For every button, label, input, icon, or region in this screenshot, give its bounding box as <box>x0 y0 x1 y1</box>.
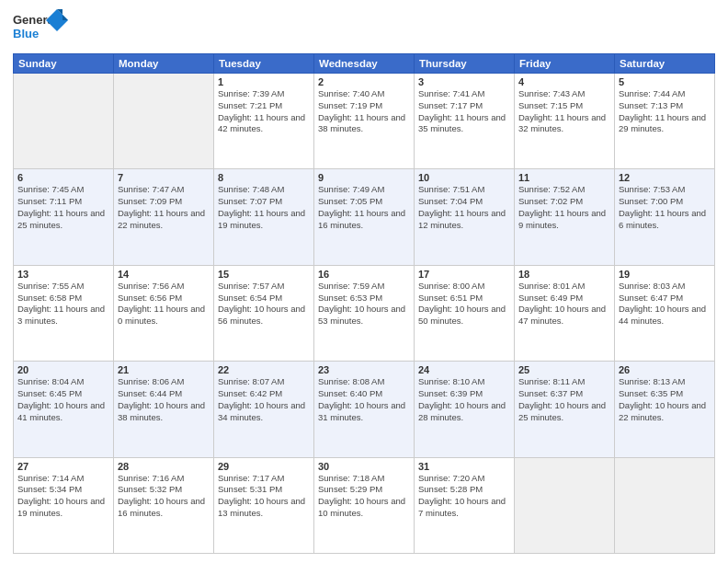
day-number: 18 <box>518 269 610 280</box>
day-info: Sunrise: 7:16 AM Sunset: 5:32 PM Dayligh… <box>118 473 210 520</box>
day-number: 17 <box>418 269 510 280</box>
day-info: Sunrise: 8:03 AM Sunset: 6:47 PM Dayligh… <box>619 281 711 327</box>
day-number: 1 <box>218 76 310 87</box>
day-number: 21 <box>118 364 210 375</box>
day-number: 2 <box>318 76 410 87</box>
weekday-header-row: SundayMondayTuesdayWednesdayThursdayFrid… <box>14 54 715 74</box>
day-number: 10 <box>418 172 510 183</box>
day-info: Sunrise: 8:04 AM Sunset: 6:45 PM Dayligh… <box>17 376 109 423</box>
day-number: 3 <box>418 76 510 87</box>
calendar-cell: 21Sunrise: 8:06 AM Sunset: 6:44 PM Dayli… <box>114 362 214 457</box>
calendar-cell: 17Sunrise: 8:00 AM Sunset: 6:51 PM Dayli… <box>415 265 515 361</box>
day-number: 31 <box>418 461 510 472</box>
weekday-header-wednesday: Wednesday <box>314 54 415 74</box>
day-info: Sunrise: 7:17 AM Sunset: 5:31 PM Dayligh… <box>218 473 310 520</box>
day-number: 11 <box>518 172 610 183</box>
calendar-cell: 27Sunrise: 7:14 AM Sunset: 5:34 PM Dayli… <box>14 457 114 553</box>
calendar-cell: 25Sunrise: 8:11 AM Sunset: 6:37 PM Dayli… <box>515 362 615 457</box>
day-number: 27 <box>17 461 109 472</box>
day-info: Sunrise: 7:14 AM Sunset: 5:34 PM Dayligh… <box>17 473 109 520</box>
logo: General Blue <box>13 9 68 46</box>
calendar-cell: 10Sunrise: 7:51 AM Sunset: 7:04 PM Dayli… <box>415 169 515 265</box>
day-info: Sunrise: 7:49 AM Sunset: 7:05 PM Dayligh… <box>318 184 410 231</box>
header: General Blue <box>13 9 715 46</box>
day-number: 19 <box>619 269 711 280</box>
weekday-header-friday: Friday <box>515 54 615 74</box>
day-number: 15 <box>218 269 310 280</box>
calendar-cell: 18Sunrise: 8:01 AM Sunset: 6:49 PM Dayli… <box>515 265 615 361</box>
calendar-cell <box>14 74 114 169</box>
day-info: Sunrise: 7:53 AM Sunset: 7:00 PM Dayligh… <box>619 184 711 231</box>
week-row-3: 13Sunrise: 7:55 AM Sunset: 6:58 PM Dayli… <box>14 265 715 361</box>
calendar-cell <box>515 457 615 553</box>
calendar-cell: 19Sunrise: 8:03 AM Sunset: 6:47 PM Dayli… <box>615 265 715 361</box>
calendar-cell <box>114 74 214 169</box>
day-info: Sunrise: 7:45 AM Sunset: 7:11 PM Dayligh… <box>17 184 109 231</box>
calendar-cell: 30Sunrise: 7:18 AM Sunset: 5:29 PM Dayli… <box>314 457 415 553</box>
calendar-cell <box>615 457 715 553</box>
calendar-cell: 15Sunrise: 7:57 AM Sunset: 6:54 PM Dayli… <box>214 265 314 361</box>
calendar-cell: 4Sunrise: 7:43 AM Sunset: 7:15 PM Daylig… <box>515 74 615 169</box>
day-info: Sunrise: 8:06 AM Sunset: 6:44 PM Dayligh… <box>118 376 210 423</box>
calendar-cell: 31Sunrise: 7:20 AM Sunset: 5:28 PM Dayli… <box>415 457 515 553</box>
day-info: Sunrise: 7:40 AM Sunset: 7:19 PM Dayligh… <box>318 88 410 135</box>
calendar-cell: 3Sunrise: 7:41 AM Sunset: 7:17 PM Daylig… <box>415 74 515 169</box>
day-number: 7 <box>118 172 210 183</box>
calendar-cell: 6Sunrise: 7:45 AM Sunset: 7:11 PM Daylig… <box>14 169 114 265</box>
day-number: 8 <box>218 172 310 183</box>
day-info: Sunrise: 8:00 AM Sunset: 6:51 PM Dayligh… <box>418 281 510 327</box>
calendar-cell: 24Sunrise: 8:10 AM Sunset: 6:39 PM Dayli… <box>415 362 515 457</box>
calendar-cell: 16Sunrise: 7:59 AM Sunset: 6:53 PM Dayli… <box>314 265 415 361</box>
day-info: Sunrise: 7:56 AM Sunset: 6:56 PM Dayligh… <box>118 281 210 327</box>
day-info: Sunrise: 7:55 AM Sunset: 6:58 PM Dayligh… <box>17 281 109 327</box>
day-info: Sunrise: 7:51 AM Sunset: 7:04 PM Dayligh… <box>418 184 510 231</box>
calendar-cell: 23Sunrise: 8:08 AM Sunset: 6:40 PM Dayli… <box>314 362 415 457</box>
day-info: Sunrise: 7:48 AM Sunset: 7:07 PM Dayligh… <box>218 184 310 231</box>
day-number: 22 <box>218 364 310 375</box>
day-info: Sunrise: 8:07 AM Sunset: 6:42 PM Dayligh… <box>218 376 310 423</box>
weekday-header-sunday: Sunday <box>14 54 114 74</box>
calendar-table: SundayMondayTuesdayWednesdayThursdayFrid… <box>13 53 715 554</box>
day-number: 14 <box>118 269 210 280</box>
calendar-cell: 7Sunrise: 7:47 AM Sunset: 7:09 PM Daylig… <box>114 169 214 265</box>
calendar-cell: 1Sunrise: 7:39 AM Sunset: 7:21 PM Daylig… <box>214 74 314 169</box>
day-number: 24 <box>418 364 510 375</box>
day-info: Sunrise: 7:47 AM Sunset: 7:09 PM Dayligh… <box>118 184 210 231</box>
day-number: 25 <box>518 364 610 375</box>
day-info: Sunrise: 7:59 AM Sunset: 6:53 PM Dayligh… <box>318 281 410 327</box>
day-number: 28 <box>118 461 210 472</box>
day-info: Sunrise: 7:43 AM Sunset: 7:15 PM Dayligh… <box>518 88 610 135</box>
day-number: 29 <box>218 461 310 472</box>
day-info: Sunrise: 8:13 AM Sunset: 6:35 PM Dayligh… <box>619 376 711 423</box>
day-number: 20 <box>17 364 109 375</box>
day-info: Sunrise: 7:57 AM Sunset: 6:54 PM Dayligh… <box>218 281 310 327</box>
svg-text:Blue: Blue <box>13 27 39 40</box>
day-info: Sunrise: 8:08 AM Sunset: 6:40 PM Dayligh… <box>318 376 410 423</box>
day-number: 9 <box>318 172 410 183</box>
day-number: 13 <box>17 269 109 280</box>
week-row-2: 6Sunrise: 7:45 AM Sunset: 7:11 PM Daylig… <box>14 169 715 265</box>
calendar-cell: 5Sunrise: 7:44 AM Sunset: 7:13 PM Daylig… <box>615 74 715 169</box>
calendar-cell: 11Sunrise: 7:52 AM Sunset: 7:02 PM Dayli… <box>515 169 615 265</box>
calendar-cell: 2Sunrise: 7:40 AM Sunset: 7:19 PM Daylig… <box>314 74 415 169</box>
day-info: Sunrise: 7:44 AM Sunset: 7:13 PM Dayligh… <box>619 88 711 135</box>
day-info: Sunrise: 7:20 AM Sunset: 5:28 PM Dayligh… <box>418 473 510 520</box>
day-info: Sunrise: 8:11 AM Sunset: 6:37 PM Dayligh… <box>518 376 610 423</box>
calendar-cell: 14Sunrise: 7:56 AM Sunset: 6:56 PM Dayli… <box>114 265 214 361</box>
weekday-header-saturday: Saturday <box>615 54 715 74</box>
page: General Blue SundayMondayTuesdayWednesda… <box>0 0 728 563</box>
calendar-cell: 28Sunrise: 7:16 AM Sunset: 5:32 PM Dayli… <box>114 457 214 553</box>
weekday-header-monday: Monday <box>114 54 214 74</box>
calendar-cell: 29Sunrise: 7:17 AM Sunset: 5:31 PM Dayli… <box>214 457 314 553</box>
day-info: Sunrise: 8:01 AM Sunset: 6:49 PM Dayligh… <box>518 281 610 327</box>
day-info: Sunrise: 7:39 AM Sunset: 7:21 PM Dayligh… <box>218 88 310 135</box>
calendar-cell: 12Sunrise: 7:53 AM Sunset: 7:00 PM Dayli… <box>615 169 715 265</box>
day-number: 16 <box>318 269 410 280</box>
day-number: 12 <box>619 172 711 183</box>
day-info: Sunrise: 7:52 AM Sunset: 7:02 PM Dayligh… <box>518 184 610 231</box>
week-row-1: 1Sunrise: 7:39 AM Sunset: 7:21 PM Daylig… <box>14 74 715 169</box>
day-number: 5 <box>619 76 711 87</box>
calendar-cell: 8Sunrise: 7:48 AM Sunset: 7:07 PM Daylig… <box>214 169 314 265</box>
logo-svg: General Blue <box>13 9 68 46</box>
day-number: 26 <box>619 364 711 375</box>
